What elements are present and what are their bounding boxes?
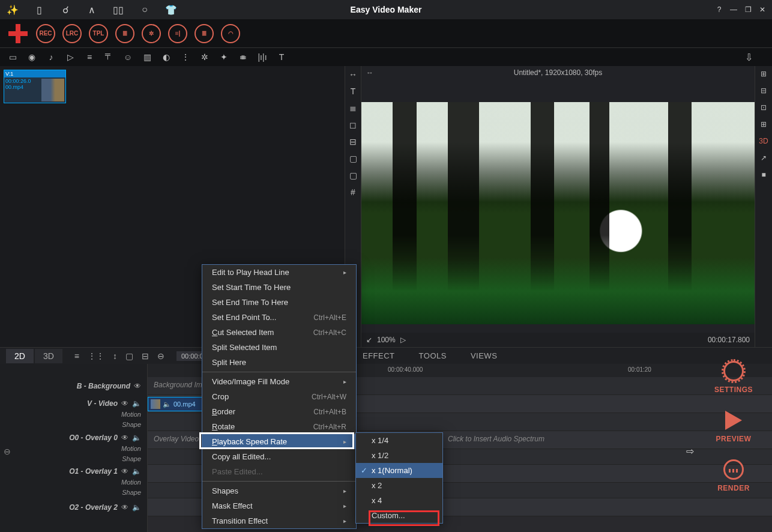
battery-icon[interactable]: ▥ xyxy=(142,52,152,62)
speaker-icon[interactable]: 🔈 xyxy=(132,434,141,442)
eye-icon[interactable]: 👁 xyxy=(121,503,128,512)
tl-tool-rows-icon[interactable]: ≡ xyxy=(74,351,79,361)
fit-icon[interactable]: ↙ xyxy=(366,336,372,344)
add-media-button[interactable] xyxy=(7,23,29,44)
menu-shirt-icon[interactable]: 👕 xyxy=(164,3,178,16)
restore-button[interactable]: ❐ xyxy=(743,5,753,14)
bullets-icon[interactable]: ⋮ xyxy=(180,52,191,62)
text-tool-icon[interactable]: T xyxy=(348,86,358,97)
tl-tool-grid-icon[interactable]: ⋮⋮ xyxy=(88,351,104,361)
hash-tool-icon[interactable]: # xyxy=(348,187,358,198)
grid-icon[interactable]: ⩩ xyxy=(238,52,249,62)
context-menu[interactable]: Edit to Play Head LineSet Start Time To … xyxy=(202,264,357,529)
screen-icon[interactable]: ▭ xyxy=(7,52,18,62)
text-t-icon[interactable]: T xyxy=(276,52,287,62)
expand-icon[interactable]: ↗ xyxy=(758,154,769,165)
frame-tool-icon[interactable]: ▢ xyxy=(348,154,358,165)
settings-button[interactable]: SETTINGS xyxy=(714,359,753,394)
menu-link-icon[interactable]: ☌ xyxy=(59,3,72,16)
grid3-icon[interactable]: ⊡ xyxy=(758,103,769,114)
play-preview-button[interactable]: ▷ xyxy=(400,336,406,344)
record-button[interactable]: REC xyxy=(36,24,55,43)
close-button[interactable]: ✕ xyxy=(758,5,767,14)
tab-views[interactable]: VIEWS xyxy=(471,351,497,360)
list-button[interactable]: ≣ xyxy=(115,24,134,43)
ctx-item[interactable]: BorderCtrl+Alt+B xyxy=(202,404,356,419)
render-button[interactable]: RENDER xyxy=(717,458,750,492)
eye-icon[interactable]: 👁 xyxy=(121,467,128,476)
eye-icon[interactable]: 👁 xyxy=(121,399,128,408)
ctx-item[interactable]: Set Start Time To Here xyxy=(202,280,356,295)
tl-tool-updown-icon[interactable]: ↕ xyxy=(113,351,117,361)
tl-tool-box-icon[interactable]: ▢ xyxy=(125,351,133,361)
grid2-icon[interactable]: ⊟ xyxy=(758,86,769,97)
menu-search-icon[interactable]: ○ xyxy=(138,3,151,16)
audio-spectrum-placeholder[interactable]: Click to Insert Audio Spectrum xyxy=(448,435,544,443)
camera-icon[interactable]: ◉ xyxy=(26,52,37,62)
tab-3d[interactable]: 3D xyxy=(35,349,62,363)
play-icon[interactable]: ▷ xyxy=(65,52,76,62)
expand-right-icon[interactable]: ⇨ xyxy=(686,446,694,457)
ctx-item[interactable]: Set End Point To...Ctrl+Alt+E xyxy=(202,310,356,325)
preview-image[interactable] xyxy=(361,102,755,324)
ctx-item[interactable]: Split Here xyxy=(202,355,356,370)
eye-icon[interactable]: 👁 xyxy=(121,434,128,442)
ctx-item[interactable]: Cut Selected ItemCtrl+Alt+C xyxy=(202,325,356,340)
preview-resize-icon[interactable]: ↔ xyxy=(366,68,373,77)
3d-toggle[interactable]: 3D xyxy=(758,137,769,148)
help-button[interactable]: ? xyxy=(714,5,724,14)
speaker-icon[interactable]: 🔈 xyxy=(132,503,141,512)
tl-tool-minus-icon[interactable]: ⊖ xyxy=(157,351,164,361)
ctx-item[interactable]: Set End Time To Here xyxy=(202,295,356,310)
preview-button[interactable]: PREVIEW xyxy=(716,408,752,443)
track-overlay0[interactable]: O0 - Overlay 0 👁 🔈 Motion Shape xyxy=(0,431,147,465)
ctx-item[interactable]: RotateCtrl+Alt+R xyxy=(202,419,356,434)
tl-tool-split-icon[interactable]: ⊟ xyxy=(142,351,149,361)
speed-item[interactable]: x 4 xyxy=(356,493,442,508)
list-tool-icon[interactable]: ≣ xyxy=(348,103,358,114)
puzzle-icon[interactable]: ✦ xyxy=(219,52,229,62)
ctx-item[interactable]: Split Selected Item xyxy=(202,340,356,355)
eq-icon[interactable]: |ı|ı xyxy=(257,52,268,62)
lines-icon[interactable]: ≡ xyxy=(84,52,95,62)
eye-icon[interactable]: 👁 xyxy=(134,382,141,390)
menu-up-icon[interactable]: ∧ xyxy=(85,3,98,16)
ctx-item[interactable]: Video/Image Fill Mode xyxy=(202,374,356,389)
emoji-icon[interactable]: ☺ xyxy=(122,52,133,62)
grid1-icon[interactable]: ⊞ xyxy=(758,70,769,80)
timeline-clip[interactable]: 🔈 00.mp4 xyxy=(148,397,205,411)
tab-2d[interactable]: 2D xyxy=(6,349,34,363)
hresize-icon[interactable]: ↔ xyxy=(348,70,358,80)
track-collapse-icon[interactable]: ⊖ xyxy=(1,447,13,459)
list2-button[interactable]: ≣ xyxy=(195,24,214,43)
ctx-item[interactable]: Edit to Play Head Line xyxy=(202,265,356,280)
speed-item[interactable]: x 1/2 xyxy=(356,448,442,463)
align-button[interactable]: ≡| xyxy=(168,24,187,43)
box-tool-icon[interactable]: ◻ xyxy=(348,120,358,131)
contrast-icon[interactable]: ◐ xyxy=(161,52,172,62)
fill-icon[interactable]: ■ xyxy=(758,171,769,181)
track-video[interactable]: V - Video 👁 🔈 Motion Shape xyxy=(0,395,147,431)
tab-tools[interactable]: TOOLS xyxy=(419,351,447,360)
speed-submenu[interactable]: x 1/4x 1/2x 1(Normal)x 2x 4Custom... xyxy=(355,432,443,524)
track-overlay2[interactable]: O2 - Overlay 2 👁 🔈 xyxy=(0,498,147,516)
menu-file-icon[interactable]: ▯ xyxy=(32,3,46,16)
menu-columns-icon[interactable]: ▯▯ xyxy=(112,3,125,16)
table-tool-icon[interactable]: ⊟ xyxy=(348,137,358,148)
speed-item[interactable]: x 1/4 xyxy=(356,433,442,448)
ctx-item[interactable]: Shapes xyxy=(202,483,356,498)
template-button[interactable]: TPL xyxy=(89,24,108,43)
speed-item[interactable]: x 1(Normal) xyxy=(356,463,442,478)
ctx-item[interactable]: Copy all Edited... xyxy=(202,449,356,464)
ctx-item[interactable]: CropCtrl+Alt+W xyxy=(202,389,356,404)
ctx-item[interactable]: Mask Effect xyxy=(202,498,356,513)
speaker-icon[interactable]: 🔈 xyxy=(132,467,141,476)
frame2-tool-icon[interactable]: ▢ xyxy=(348,171,358,181)
ctx-item[interactable]: Transition Effect xyxy=(202,513,356,528)
speaker-icon[interactable]: 🔈 xyxy=(132,399,141,408)
ctx-item[interactable]: Playback Speed Rate xyxy=(202,434,356,449)
track-overlay1[interactable]: O1 - Overlay 1 👁 🔈 Motion Shape xyxy=(0,465,147,498)
speed-item[interactable]: x 2 xyxy=(356,478,442,493)
download-icon[interactable]: ⇩ xyxy=(743,52,754,62)
star-button[interactable]: ✲ xyxy=(142,24,161,43)
